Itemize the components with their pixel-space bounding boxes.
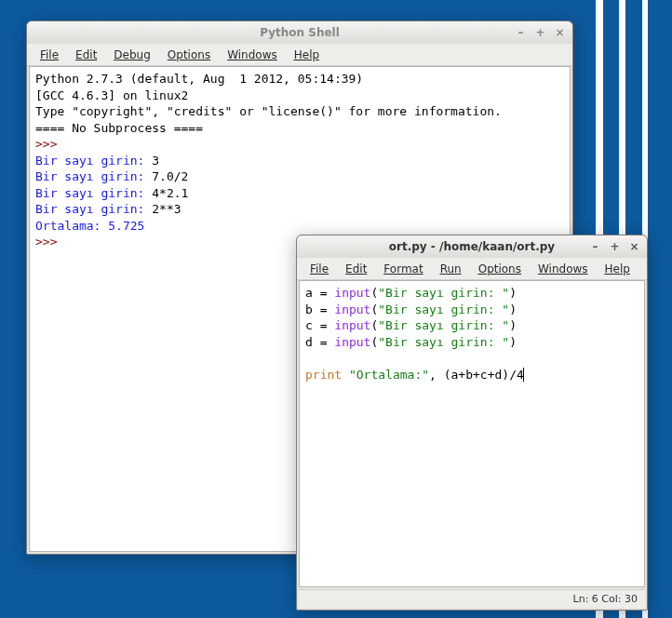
cursor-position: Ln: 6 Col: 30 [573, 593, 638, 605]
shell-window-controls: – + × [514, 25, 567, 39]
maximize-button[interactable]: + [533, 25, 547, 39]
menu-edit[interactable]: Edit [338, 261, 374, 277]
shell-title: Python Shell [260, 26, 340, 39]
shell-menubar: File Edit Debug Options Windows Help [27, 44, 572, 66]
close-button[interactable]: × [627, 239, 641, 253]
close-button[interactable]: × [553, 25, 567, 39]
shell-titlebar[interactable]: Python Shell – + × [27, 21, 572, 44]
menu-debug[interactable]: Debug [106, 47, 157, 63]
menu-help[interactable]: Help [287, 47, 327, 63]
editor-statusbar: Ln: 6 Col: 30 [299, 589, 645, 608]
menu-file[interactable]: File [33, 47, 66, 63]
menu-options[interactable]: Options [160, 47, 218, 63]
menu-windows[interactable]: Windows [220, 47, 285, 63]
minimize-button[interactable]: – [588, 239, 602, 253]
menu-run[interactable]: Run [433, 261, 469, 277]
editor-titlebar[interactable]: ort.py - /home/kaan/ort.py – + × [297, 235, 647, 258]
menu-edit[interactable]: Edit [68, 47, 104, 63]
minimize-button[interactable]: – [514, 25, 528, 39]
editor-code-area[interactable]: a = input("Bir sayı girin: ") b = input(… [299, 280, 645, 587]
menu-options[interactable]: Options [471, 261, 529, 277]
menu-help[interactable]: Help [598, 261, 638, 277]
editor-window: ort.py - /home/kaan/ort.py – + × File Ed… [296, 235, 648, 611]
menu-windows[interactable]: Windows [531, 261, 596, 277]
editor-menubar: File Edit Format Run Options Windows Hel… [297, 258, 647, 280]
maximize-button[interactable]: + [608, 239, 622, 253]
menu-format[interactable]: Format [376, 261, 430, 277]
editor-title: ort.py - /home/kaan/ort.py [389, 240, 555, 253]
menu-file[interactable]: File [302, 261, 336, 277]
editor-window-controls: – + × [588, 239, 641, 253]
